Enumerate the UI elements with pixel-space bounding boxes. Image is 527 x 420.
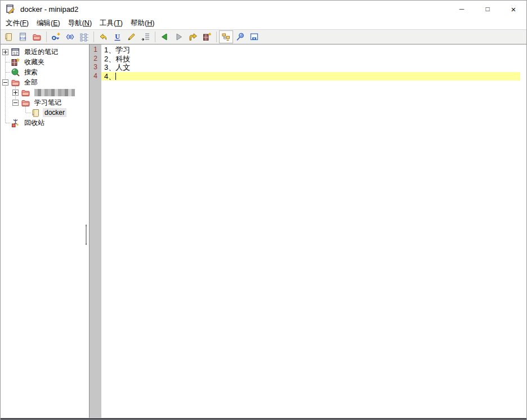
tree-item-study-notes[interactable]: 学习笔记 (1, 97, 84, 108)
line-number: 2 (90, 55, 101, 64)
toolbar: 010 (1, 30, 526, 44)
search-globe-icon (11, 68, 20, 77)
expand-plus-icon[interactable] (12, 90, 19, 96)
tree-connector (6, 62, 10, 62)
underline-u-icon: U (113, 32, 122, 42)
underline-button[interactable]: U (110, 30, 124, 43)
tree-item-favorites[interactable]: 收藏夹 (1, 57, 84, 67)
menu-text: 文件( (6, 19, 22, 27)
tree-connector (26, 113, 31, 113)
item-list-icon (79, 32, 89, 42)
svg-text:12: 12 (13, 50, 18, 55)
calendar-12-icon: 12 (11, 47, 20, 57)
menu-edit[interactable]: 编辑(E) (33, 17, 64, 29)
menu-tools[interactable]: 工具(T) (96, 17, 127, 29)
title-bar: docker - minipad2 ─ □ × (1, 1, 526, 17)
tree-item-recent-notes[interactable]: 12 最近的笔记 (1, 47, 84, 57)
editor-line-text: 2、科技 (104, 55, 130, 63)
key-new-button[interactable] (49, 30, 63, 43)
cabinet-plus-icon (202, 32, 212, 42)
menu-help[interactable]: 帮助(H) (127, 17, 158, 29)
window-title: docker - minipad2 (20, 5, 449, 14)
menu-mnemonic: N (84, 19, 90, 27)
menu-bar: 文件(F) 编辑(E) 导航(N) 工具(T) 帮助(H) (1, 17, 526, 30)
expand-plus-icon[interactable] (2, 49, 8, 55)
editor-line[interactable]: 2、科技 (101, 55, 526, 64)
menu-file[interactable]: 文件(F) (2, 17, 33, 29)
svg-text:U: U (115, 33, 120, 41)
recycle-bin-icon (11, 118, 20, 128)
menu-text: 编辑( (37, 19, 53, 27)
bottom-panel-button[interactable] (247, 30, 261, 43)
note-scroll-icon (4, 32, 14, 42)
menu-text: 导航( (68, 19, 84, 27)
line-number: 4 (90, 72, 101, 81)
close-button[interactable]: × (501, 1, 526, 17)
main-area: 12 最近的笔记 收藏夹 搜索 (1, 44, 526, 418)
menu-text: ) (120, 19, 123, 27)
indent-lines-icon (141, 32, 150, 42)
menu-mnemonic: F (22, 19, 26, 27)
tree-item-censored[interactable] (1, 87, 84, 97)
tree-item-all[interactable]: 全部 (1, 77, 84, 87)
editor-line-active[interactable]: 4、 (101, 72, 520, 81)
tree-item-label: 最近的笔记 (23, 47, 60, 57)
note-editor: 1 2 3 4 1、学习 2、科技 3、人文 4、 (89, 44, 526, 418)
menu-mnemonic: T (116, 19, 120, 27)
editor-line[interactable]: 3、人文 (101, 63, 526, 72)
tree-item-search[interactable]: 搜索 (1, 67, 84, 77)
undo-arrow-icon (99, 32, 108, 42)
toolbar-separator (216, 32, 217, 42)
navigate-back-button[interactable] (158, 30, 172, 43)
pin-button[interactable] (233, 30, 247, 43)
collapse-minus-icon[interactable] (2, 79, 8, 86)
tree-item-label: docker (43, 108, 66, 117)
note-scroll-icon (31, 108, 41, 118)
tree-item-docker[interactable]: docker (1, 108, 84, 118)
insert-lines-button[interactable] (139, 30, 153, 43)
menu-text: ) (90, 19, 92, 27)
menu-text: 工具( (100, 19, 116, 27)
folder-icon (21, 88, 30, 97)
menu-text: ) (26, 19, 29, 27)
small-list-button[interactable] (77, 30, 91, 43)
line-number: 1 (90, 46, 101, 55)
tree-view-toggle-button[interactable] (219, 30, 233, 43)
editor-line[interactable]: 1、学习 (101, 46, 526, 55)
collapse-minus-icon[interactable] (12, 100, 19, 106)
new-folder-button[interactable] (30, 30, 44, 43)
tree-item-label: 全部 (23, 77, 39, 88)
tree-item-label: 回收站 (23, 118, 46, 128)
panel-splitter[interactable] (84, 44, 89, 418)
panel-plus-icon (249, 32, 259, 42)
menu-text: ) (58, 19, 60, 27)
tree-item-label: 学习笔记 (33, 97, 63, 108)
favorites-add-button[interactable] (200, 30, 214, 43)
line-number: 3 (90, 63, 101, 72)
notes-tree-panel: 12 最近的笔记 收藏夹 搜索 (1, 44, 84, 418)
new-note-button[interactable] (2, 30, 16, 43)
folder-icon (32, 32, 42, 42)
template-button[interactable] (63, 30, 77, 43)
pushpin-icon (235, 32, 245, 42)
pen-icon (127, 32, 136, 42)
navigate-forward-button[interactable] (172, 30, 186, 43)
angle-brackets-grid-icon (65, 32, 75, 42)
tree-item-recycle-bin[interactable]: 回收站 (1, 118, 84, 128)
minimize-button[interactable]: ─ (449, 1, 475, 17)
text-caret (115, 73, 116, 80)
highlight-pen-button[interactable] (124, 30, 139, 43)
tree-connector (6, 123, 10, 123)
undo-button[interactable] (96, 30, 110, 43)
binary-note-button[interactable]: 010 (16, 30, 30, 43)
tree-connector (6, 72, 10, 73)
app-window: docker - minipad2 ─ □ × 文件(F) 编辑(E) 导航(N… (0, 0, 527, 420)
censored-label (34, 89, 75, 96)
tree-connector (5, 55, 6, 123)
splitter-handle-icon[interactable] (86, 225, 87, 245)
up-level-button[interactable] (186, 30, 200, 43)
editor-text-area[interactable]: 1、学习 2、科技 3、人文 4、 (101, 44, 526, 418)
maximize-button[interactable]: □ (475, 1, 501, 17)
menu-navigate[interactable]: 导航(N) (64, 17, 96, 29)
menu-text: 帮助( (131, 19, 147, 27)
